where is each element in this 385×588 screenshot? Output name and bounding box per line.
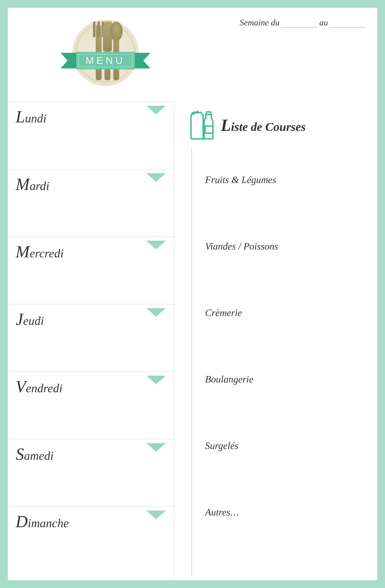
day-label: Vendredi xyxy=(16,377,166,396)
chevron-down-icon[interactable] xyxy=(146,241,166,249)
day-row[interactable]: Samedi xyxy=(8,439,174,507)
day-label: Mardi xyxy=(16,174,166,194)
chevron-down-icon[interactable] xyxy=(146,511,166,519)
chevron-down-icon[interactable] xyxy=(146,443,166,452)
shopping-header: Liste de Courses xyxy=(190,109,369,141)
week-prefix: Semaine du xyxy=(240,18,280,28)
day-row[interactable]: Vendredi xyxy=(8,372,174,439)
week-from-input[interactable] xyxy=(282,19,317,28)
chevron-down-icon[interactable] xyxy=(146,308,166,317)
menu-ribbon-label: MENU xyxy=(76,52,135,69)
day-label: Lundi xyxy=(16,107,166,126)
chevron-down-icon[interactable] xyxy=(146,173,166,182)
day-label: Jeudi xyxy=(16,309,166,329)
day-label: Dimanche xyxy=(16,512,166,531)
day-label: Samedi xyxy=(16,444,166,464)
menu-planner-sheet: MENU Semaine du au LundiMardiMercrediJeu… xyxy=(8,8,377,580)
day-row[interactable]: Jeudi xyxy=(8,304,174,372)
shopping-divider xyxy=(192,149,192,576)
week-range: Semaine du au xyxy=(240,18,366,28)
day-row[interactable]: Mardi xyxy=(8,169,174,237)
day-row[interactable]: Dimanche xyxy=(8,507,174,577)
shopping-category: Viandes / Poissons xyxy=(205,241,278,252)
shopping-category: Autres… xyxy=(205,506,239,518)
shopping-category: Fruits & Légumes xyxy=(205,174,276,185)
day-label: Mercredi xyxy=(16,242,166,261)
svg-rect-0 xyxy=(206,112,211,114)
groceries-icon xyxy=(190,109,215,141)
shopping-category: Boulangerie xyxy=(205,374,253,385)
menu-logo: MENU xyxy=(58,16,152,98)
chevron-down-icon[interactable] xyxy=(146,106,166,114)
shopping-category: Surgelés xyxy=(205,440,238,451)
shopping-list: Liste de Courses Fruits & LégumesViandes… xyxy=(190,109,369,576)
days-column: LundiMardiMercrediJeudiVendrediSamediDim… xyxy=(8,102,174,577)
day-row[interactable]: Mercredi xyxy=(8,237,174,304)
menu-ribbon: MENU xyxy=(58,51,152,70)
day-row[interactable]: Lundi xyxy=(8,102,174,169)
week-separator: au xyxy=(319,18,328,28)
shopping-title: Liste de Courses xyxy=(221,115,306,135)
week-to-input[interactable] xyxy=(330,19,366,28)
chevron-down-icon[interactable] xyxy=(146,376,166,384)
svg-rect-1 xyxy=(205,126,213,133)
shopping-category: Crèmerie xyxy=(205,307,242,318)
